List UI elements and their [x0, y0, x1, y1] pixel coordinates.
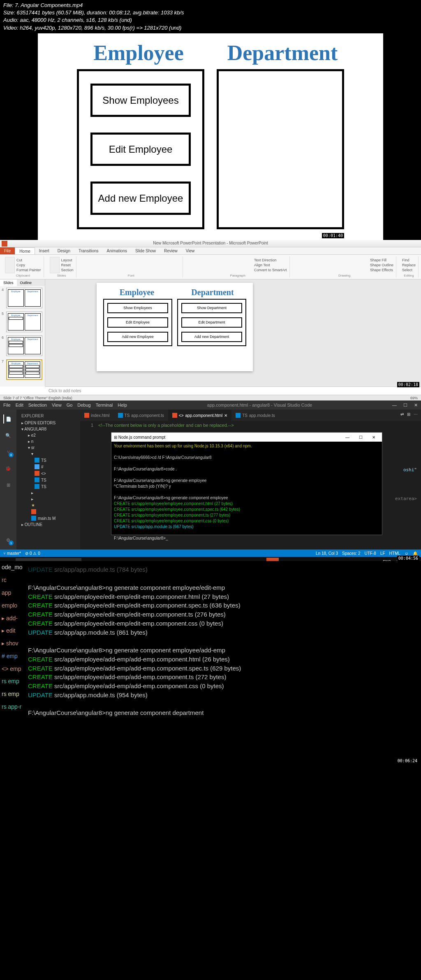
textdir-btn[interactable]: Text Direction [254, 258, 287, 262]
format-btn[interactable]: Format Painter [16, 268, 41, 272]
smartart-btn[interactable]: Convert to SmartArt [254, 268, 287, 272]
cut-btn[interactable]: Cut [16, 258, 41, 262]
ed-panel-emp[interactable]: Show EmployeesEdit EmployeeAdd new Emplo… [103, 299, 172, 346]
term-body[interactable]: Your environment has been set up for usi… [111, 442, 382, 543]
menu-edit[interactable]: Edit [16, 403, 23, 407]
status-zoom[interactable]: 69% [410, 396, 418, 400]
indent[interactable]: Spaces: 2 [342, 551, 360, 556]
split-icon[interactable]: ⊞ [407, 412, 410, 419]
find-btn[interactable]: Find [402, 258, 416, 262]
menu-selection[interactable]: Selection [28, 403, 47, 407]
shapeeffects-btn[interactable]: Shape Effects [370, 268, 393, 272]
min-btn[interactable]: — [392, 403, 397, 408]
tab-index[interactable]: index.html [80, 410, 114, 421]
shapefill-btn[interactable]: Shape Fill [370, 258, 393, 262]
eol[interactable]: LF [380, 551, 385, 556]
explorer-icon[interactable]: 📄 [3, 414, 12, 424]
thumb-5[interactable]: EmployeeDepartment [6, 312, 42, 332]
folder-app[interactable]: ▾ [16, 451, 80, 457]
file-item[interactable]: # [16, 463, 80, 470]
ed-box[interactable]: Edit Employee [107, 317, 168, 328]
slides-tab[interactable]: Slides [0, 279, 17, 286]
file-item[interactable]: TS [16, 483, 80, 490]
tab-transitions[interactable]: Transitions [74, 247, 103, 254]
file-item[interactable] [16, 508, 80, 515]
ed-box[interactable]: Add new Employee [107, 332, 168, 342]
git-branch[interactable]: ⑂ master* [3, 551, 21, 556]
tab-slideshow[interactable]: Slide Show [131, 247, 160, 254]
section-btn[interactable]: Section [61, 268, 74, 272]
file-item[interactable]: ★ [16, 502, 80, 508]
editor-content[interactable]: 1<!--The content below is only a placeho… [80, 421, 421, 429]
replace-btn[interactable]: Replace [402, 263, 416, 267]
menu-go[interactable]: Go [67, 403, 73, 407]
slide-editor[interactable]: EmployeeDepartment Show EmployeesEdit Em… [45, 279, 421, 386]
tab-animations[interactable]: Animations [103, 247, 131, 254]
problems[interactable]: ⊘ 0 ⚠ 0 [25, 551, 40, 556]
term-max[interactable]: ☐ [355, 433, 366, 441]
file-tab[interactable]: File [0, 247, 15, 254]
encoding[interactable]: UTF-8 [365, 551, 376, 556]
bell-icon[interactable]: 🔔 [413, 551, 418, 556]
menu-file[interactable]: File [3, 403, 11, 407]
newslide-button[interactable] [50, 257, 60, 273]
folder-item[interactable]: ▸ [16, 490, 80, 496]
paste-button[interactable] [5, 257, 15, 273]
folder-node[interactable]: ▸ n [16, 438, 80, 445]
folder-item[interactable]: ▸ [16, 496, 80, 502]
aligntext-btn[interactable]: Align Text [254, 263, 287, 267]
reset-btn[interactable]: Reset [61, 263, 74, 267]
ed-box[interactable]: Show Department [181, 303, 242, 313]
ed-box[interactable]: Add new Department [181, 332, 242, 342]
terminal-window[interactable]: ⊞ Node.js command prompt—☐✕ Your environ… [111, 432, 382, 535]
thumb-7[interactable]: EmployeeDepartment [6, 359, 42, 380]
term-min[interactable]: — [342, 433, 353, 441]
search-icon[interactable]: 🔍 [4, 431, 13, 440]
copy-btn[interactable]: Copy [16, 263, 41, 267]
ed-title-emp[interactable]: Employee [103, 288, 171, 297]
compare-icon[interactable]: ⇄ [400, 412, 404, 419]
editor-area[interactable]: index.html TS app.component.ts <> app.co… [80, 410, 421, 549]
file-item[interactable]: TS [16, 477, 80, 483]
tab-insert[interactable]: Insert [35, 247, 53, 254]
lang-mode[interactable]: HTML [389, 551, 400, 556]
select-btn[interactable]: Select [402, 268, 416, 272]
thumb-6[interactable]: EmployeeDepartment [6, 335, 42, 356]
extensions-icon[interactable]: ⊞ [4, 480, 13, 489]
ed-box[interactable]: Edit Department [181, 317, 242, 328]
git-icon[interactable]: ⑂8 [4, 447, 13, 456]
layout-btn[interactable]: Layout [61, 258, 74, 262]
outline-tab[interactable]: Outline [17, 279, 35, 286]
terminal-full[interactable]: ode_morcappemplo▸ add-▸ edit▸ shov# emp<… [0, 561, 421, 767]
folder-e2e[interactable]: ▸ e2 [16, 432, 80, 438]
tab-design[interactable]: Design [53, 247, 74, 254]
slide-thumbnails[interactable]: SlidesOutline 4EmployeeDepartment 5Emplo… [0, 279, 45, 386]
shapeoutline-btn[interactable]: Shape Outline [370, 263, 393, 267]
open-editors[interactable]: OPEN EDITORS [25, 421, 56, 425]
thumb-4[interactable]: EmployeeDepartment [6, 288, 42, 308]
debug-icon[interactable]: 🐞 [4, 464, 13, 473]
menu-help[interactable]: Help [118, 403, 127, 407]
ed-panel-dept[interactable]: Show DepartmentEdit DepartmentAdd new De… [177, 299, 246, 346]
menu-view[interactable]: View [52, 403, 62, 407]
term-close[interactable]: ✕ [368, 433, 379, 441]
file-item[interactable]: <> [16, 470, 80, 477]
settings-icon[interactable]: ⚙1 [4, 535, 13, 545]
tab-component-ts[interactable]: TS app.component.ts [114, 410, 168, 421]
folder-src[interactable]: ▾ sr [16, 445, 80, 451]
ed-box[interactable]: Show Employees [107, 303, 168, 313]
tab-component-html[interactable]: <> app.component.html ✕ [168, 410, 231, 421]
ed-title-dept[interactable]: Department [179, 288, 246, 297]
menu-debug[interactable]: Debug [77, 403, 90, 407]
tab-review[interactable]: Review [160, 247, 182, 254]
tab-home[interactable]: Home [15, 247, 35, 254]
feedback-icon[interactable]: ☺ [405, 551, 409, 556]
outline-section[interactable]: OUTLINE [25, 522, 42, 527]
project-root[interactable]: ANGULAR8 [24, 427, 46, 431]
explorer-panel[interactable]: EXPLORER ▸ OPEN EDITORS ▾ ANGULAR8 ▸ e2 … [16, 410, 80, 549]
notes-area[interactable]: Click to add notes [45, 386, 421, 395]
file-main-ts[interactable]: main.ts M [16, 515, 80, 521]
file-item[interactable]: TS [16, 457, 80, 463]
tab-module[interactable]: TS app.module.ts [231, 410, 279, 421]
max-btn[interactable]: ☐ [403, 403, 407, 408]
